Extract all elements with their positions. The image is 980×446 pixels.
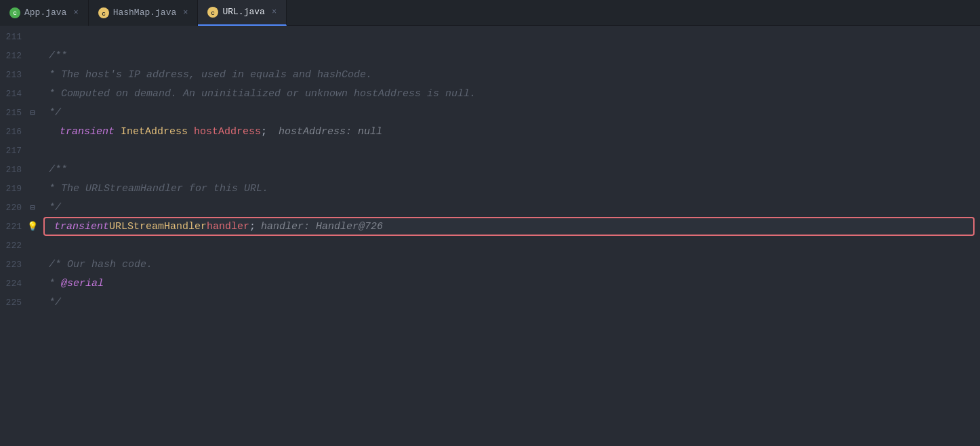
punct-221: ; — [249, 221, 256, 232]
line-gutter: 211 212 213 214 215 ⊟ — [0, 26, 38, 446]
tab-app[interactable]: C App.java × — [0, 0, 89, 26]
line-num-213: 213 — [0, 70, 27, 80]
line-num-214: 214 — [0, 89, 27, 99]
gutter-row-220: 220 ⊟ — [0, 198, 38, 217]
code-line-212: /** — [38, 46, 980, 65]
line-num-225: 225 — [0, 298, 27, 308]
line-num-222: 222 — [0, 241, 27, 251]
code-line-221: transient URLStreamHandler handler; hand… — [43, 217, 975, 236]
code-text-223: /* Our hash code. — [49, 259, 152, 270]
code-line-218: /** — [38, 160, 980, 179]
code-text-212: /** — [49, 50, 67, 62]
bulb-icon-221[interactable]: 💡 — [27, 221, 38, 232]
code-indent-216: transient InetAddress hostAddress; hostA… — [60, 126, 382, 138]
kw-transient-216: transient — [60, 126, 121, 138]
code-content[interactable]: /** * The host's IP address, used in equ… — [38, 26, 980, 446]
gutter-row-215: 215 ⊟ — [0, 103, 38, 122]
gutter-row-219: 219 — [0, 179, 38, 198]
code-text-214: * Computed on demand. An uninitialized o… — [49, 88, 476, 100]
code-text-220: */ — [49, 202, 61, 214]
svg-text:C: C — [13, 11, 16, 16]
code-line-223: /* Our hash code. — [38, 255, 980, 274]
line-num-224: 224 — [0, 279, 27, 289]
code-text-213: * The host's IP address, used in equals … — [49, 69, 372, 81]
code-line-211 — [38, 27, 980, 46]
gutter-row-222: 222 — [0, 236, 38, 255]
tab-close-app[interactable]: × — [73, 9, 78, 17]
gutter-row-217: 217 — [0, 141, 38, 160]
gutter-row-212: 212 — [0, 46, 38, 65]
line-num-218: 218 — [0, 165, 27, 175]
code-line-220: */ — [38, 198, 980, 217]
tab-close-hashmap[interactable]: × — [183, 9, 188, 17]
tab-label-url: URL.java — [222, 7, 264, 17]
editor-container: C App.java × C HashMap.java × C — [0, 0, 980, 446]
gutter-row-223: 223 — [0, 255, 38, 274]
kw-transient-221: transient — [54, 221, 109, 232]
line-num-212: 212 — [0, 51, 27, 61]
code-text-215: */ — [49, 107, 61, 119]
line-num-223: 223 — [0, 260, 27, 270]
tab-icon-hashmap: C — [98, 7, 109, 18]
fold-icon-215[interactable]: ⊟ — [27, 108, 38, 118]
inline-handler: handler: Handler@726 — [261, 221, 383, 232]
field-handler: handler — [207, 221, 249, 232]
tab-label-hashmap: HashMap.java — [113, 7, 177, 18]
code-line-225: */ — [38, 293, 980, 312]
tab-url[interactable]: C URL.java × — [198, 0, 287, 26]
code-text-219: * The URLStreamHandler for this URL. — [49, 183, 268, 195]
code-text-225: */ — [49, 297, 61, 308]
gutter-row-216: 216 — [0, 122, 38, 141]
gutter-row-224: 224 — [0, 274, 38, 293]
code-text-224: * @serial — [49, 278, 104, 289]
code-line-217 — [38, 141, 980, 160]
line-num-215: 215 — [0, 108, 27, 118]
code-text-218: /** — [49, 164, 67, 176]
gutter-row-221: 221 💡 — [0, 217, 38, 236]
tab-label-app: App.java — [24, 7, 66, 18]
code-line-219: * The URLStreamHandler for this URL. — [38, 179, 980, 198]
code-line-216: transient InetAddress hostAddress; hostA… — [38, 122, 980, 141]
line-num-216: 216 — [0, 127, 27, 137]
tab-bar: C App.java × C HashMap.java × C — [0, 0, 980, 26]
line-num-217: 217 — [0, 146, 27, 156]
line-num-220: 220 — [0, 203, 27, 213]
punct-216: ; — [261, 126, 267, 138]
gutter-row-214: 214 — [0, 84, 38, 103]
tab-icon-app: C — [9, 7, 20, 18]
code-line-224: * @serial — [38, 274, 980, 293]
fold-icon-220[interactable]: ⊟ — [27, 203, 38, 213]
gutter-row-213: 213 — [0, 65, 38, 84]
line-num-211: 211 — [0, 32, 27, 42]
code-line-214: * Computed on demand. An uninitialized o… — [38, 84, 980, 103]
svg-text:C: C — [211, 10, 215, 15]
field-hostaddress: hostAddress — [194, 126, 261, 138]
code-line-213: * The host's IP address, used in equals … — [38, 65, 980, 84]
inline-hostaddress: hostAddress: null — [272, 126, 382, 138]
gutter-row-218: 218 — [0, 160, 38, 179]
svg-text:C: C — [102, 11, 105, 16]
tab-icon-url: C — [207, 7, 218, 18]
code-area: 211 212 213 214 215 ⊟ — [0, 26, 980, 446]
tab-hashmap[interactable]: C HashMap.java × — [89, 0, 199, 26]
type-inetaddress: InetAddress — [121, 126, 194, 138]
gutter-row-211: 211 — [0, 27, 38, 46]
code-line-215: */ — [38, 103, 980, 122]
line-num-219: 219 — [0, 184, 27, 194]
tab-close-url[interactable]: × — [272, 8, 277, 16]
code-line-222 — [38, 236, 980, 255]
line-num-221: 221 — [0, 222, 27, 232]
gutter-row-225: 225 — [0, 293, 38, 312]
type-urlstreamhandler: URLStreamHandler — [109, 221, 207, 232]
